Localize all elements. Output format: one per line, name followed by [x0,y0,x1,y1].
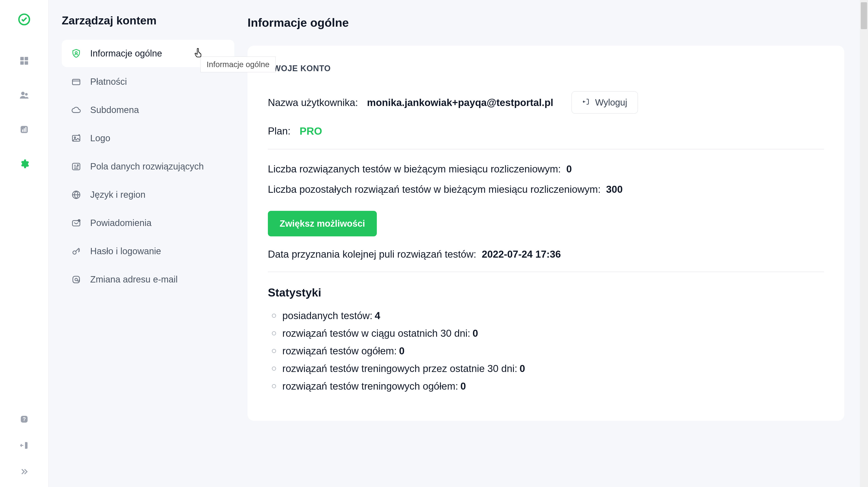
main-content: Informacje ogólne TWOJE KONTO Nazwa użyt… [248,0,868,487]
svg-point-5 [21,92,25,95]
user-shield-icon [71,48,82,59]
remaining-label: Liczba pozostałych rozwiązań testów w bi… [268,184,600,195]
separator [268,149,824,150]
sidebar-item-logo[interactable]: Logo [62,125,235,152]
scrollbar[interactable] [860,0,868,487]
image-icon [71,133,82,143]
scrollbar-thumb[interactable] [861,2,867,29]
svg-point-21 [78,220,80,222]
sidebar-item-label: Logo [90,133,110,143]
stats-item: rozwiązań testów treningowych ogółem: 0 [272,381,824,392]
svg-rect-3 [20,61,24,65]
page-title: Informacje ogólne [248,16,855,29]
nav-expand-icon[interactable] [18,465,31,478]
sidebar-item-language[interactable]: Język i region [62,181,235,208]
form-icon [71,162,82,171]
nav-dashboard-icon[interactable] [18,55,31,67]
plan-row: Plan: PRO [268,125,824,137]
plan-value: PRO [300,125,322,137]
svg-rect-8 [22,129,23,132]
sidebar-item-label: Zmiana adresu e-mail [90,274,178,285]
separator [268,272,824,272]
svg-rect-23 [73,276,79,283]
next-pool-value: 2022-07-24 17:36 [482,249,561,260]
remaining-count-row: Liczba pozostałych rozwiązań testów w bi… [268,184,824,195]
solved-label: Liczba rozwiązanych testów w bieżącym mi… [268,163,561,174]
svg-text:?: ? [23,416,26,422]
sidebar-item-notifications[interactable]: Powiadomienia [62,209,235,237]
sidebar-item-label: Powiadomienia [90,218,151,228]
sidebar-item-data-fields[interactable]: Pola danych rozwiązujących [62,153,235,180]
tooltip: Informacje ogólne [200,57,276,72]
nav-reports-icon[interactable] [18,123,31,136]
svg-rect-10 [25,127,26,132]
nav-help-icon[interactable]: ? [18,413,31,425]
next-pool-label: Data przyznania kolejnej puli rozwiązań … [268,249,476,260]
svg-rect-1 [20,57,24,60]
app-logo-icon[interactable] [17,12,31,27]
logout-icon [582,97,590,107]
username-value: monika.jankowiak+payqa@testportal.pl [367,97,553,108]
solved-value: 0 [566,163,572,174]
svg-rect-2 [25,57,28,60]
globe-icon [71,190,82,200]
icon-rail: ? [0,0,49,487]
nav-exit-icon[interactable] [18,439,31,452]
stats-item: rozwiązań testów ogółem: 0 [272,345,824,357]
svg-point-6 [25,93,28,96]
stats-item: rozwiązań testów w ciągu ostatnich 30 dn… [272,328,824,339]
at-icon [71,274,82,285]
stats-heading: Statystyki [268,286,824,299]
svg-point-16 [74,137,76,138]
sidebar-item-password[interactable]: Hasło i logowanie [62,237,235,265]
settings-sidebar: Zarządzaj kontem Informacje ogólne Infor… [49,0,248,487]
stats-list: posiadanych testów: 4 rozwiązań testów w… [268,310,824,392]
sidebar-item-email[interactable]: Zmiana adresu e-mail [62,266,235,293]
notification-icon [71,218,82,228]
username-label: Nazwa użytkownika: [268,97,358,108]
svg-point-22 [73,251,76,254]
plan-label: Plan: [268,125,290,137]
cursor-icon [194,48,203,60]
sidebar-item-label: Język i region [90,190,146,200]
svg-rect-9 [24,128,25,132]
sidebar-item-label: Hasło i logowanie [90,246,161,256]
logout-label: Wyloguj [595,97,627,107]
svg-rect-4 [25,61,28,65]
sidebar-item-subdomain[interactable]: Subdomena [62,96,235,124]
cloud-icon [71,105,82,115]
stats-item: posiadanych testów: 4 [272,310,824,321]
sidebar-item-label: Pola danych rozwiązujących [90,161,204,171]
svg-point-13 [75,52,77,54]
sidebar-title: Zarządzaj kontem [62,14,235,27]
next-pool-row: Data przyznania kolejnej puli rozwiązań … [268,249,824,260]
svg-point-18 [77,164,79,166]
nav-users-icon[interactable] [18,89,31,101]
account-card: TWOJE KONTO Nazwa użytkownika: monika.ja… [248,46,844,421]
nav-settings-icon[interactable] [18,158,31,170]
upgrade-button[interactable]: Zwiększ możliwości [268,211,377,236]
sidebar-item-general[interactable]: Informacje ogólne Informacje ogólne [62,40,235,67]
stats-item: rozwiązań testów treningowych przez osta… [272,363,824,374]
sidebar-item-label: Płatności [90,76,127,87]
remaining-value: 300 [606,184,622,195]
key-icon [71,246,82,256]
card-icon [71,77,82,87]
logout-button[interactable]: Wyloguj [571,91,638,114]
username-row: Nazwa użytkownika: monika.jankowiak+payq… [268,91,824,114]
solved-count-row: Liczba rozwiązanych testów w bieżącym mi… [268,163,824,175]
svg-rect-14 [72,79,80,85]
sidebar-item-label: Subdomena [90,105,139,115]
card-heading: TWOJE KONTO [268,64,824,73]
sidebar-item-label: Informacje ogólne [90,48,162,59]
